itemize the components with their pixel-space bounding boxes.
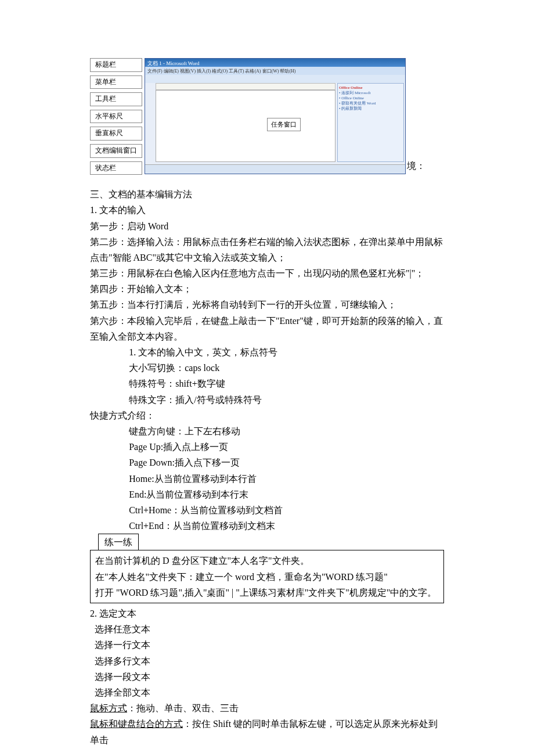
practice-line-2: 在"本人姓名"文件夹下：建立一个 word 文档，重命名为"WORD 练习题" — [95, 569, 439, 585]
label-menubar: 菜单栏 — [90, 75, 142, 89]
screenshot-docarea — [156, 90, 335, 162]
screenshot-menubar: 文件(F) 编辑(E) 视图(V) 插入(I) 格式(O) 工具(T) 表格(A… — [145, 67, 405, 75]
screenshot-statusbar — [145, 164, 405, 174]
figure-label-column: 标题栏 菜单栏 工具栏 水平标尺 垂直标尺 文档编辑窗口 状态栏 — [90, 58, 142, 175]
step-2: 第二步：选择输入法：用鼠标点击任务栏右端的输入法状态图标，在弹出菜单中用鼠标点击… — [90, 234, 444, 265]
shortcut-ctrl-home: Ctrl+Home：从当前位置移动到文档首 — [90, 502, 444, 518]
subpoint-3: 特殊符号：shift+数字键 — [90, 376, 444, 391]
sub-1-title: 1. 文本的输入 — [90, 202, 444, 218]
step-6: 第六步：本段输入完毕后，在键盘上敲击一下"Enter"键，即可开始新的段落的输入… — [90, 313, 444, 344]
combo-method-label: 鼠标和键盘结合的方式 — [90, 719, 183, 729]
shortcut-end: End:从当前位置移动到本行末 — [90, 487, 444, 502]
shortcut-ctrl-end: Ctrl+End：从当前位置移动到文档末 — [90, 518, 444, 534]
section-3-heading: 三、文档的基本编辑方法 — [90, 186, 444, 202]
select-paragraph: 选择一段文本 — [90, 669, 444, 685]
step-5: 第五步：当本行打满后，光标将自动转到下一行的开头位置，可继续输入； — [90, 297, 444, 312]
shortcut-pagedown: Page Down:插入点下移一页 — [90, 455, 444, 470]
word-window-figure: 标题栏 菜单栏 工具栏 水平标尺 垂直标尺 文档编辑窗口 状态栏 文档 1 - … — [90, 58, 444, 175]
label-statusbar: 状态栏 — [90, 161, 142, 175]
shortcut-home: Home:从当前位置移动到本行首 — [90, 471, 444, 487]
label-titlebar: 标题栏 — [90, 58, 142, 72]
screenshot-ruler — [156, 83, 335, 90]
step-3: 第三步：用鼠标在白色输入区内任意地方点击一下，出现闪动的黑色竖杠光标"|"； — [90, 265, 444, 281]
label-hruler: 水平标尺 — [90, 110, 142, 124]
mouse-method: 鼠标方式：拖动、单击、双击、三击 — [90, 700, 444, 716]
callout-taskpane: 任务窗口 — [267, 118, 301, 131]
step-4: 第四步：开始输入文本； — [90, 281, 444, 297]
select-any: 选择任意文本 — [90, 621, 444, 637]
shortcut-arrows: 键盘方向键：上下左右移动 — [90, 423, 444, 439]
practice-line-1: 在当前计算机的 D 盘分区下建立"本人名字"文件夹。 — [95, 553, 439, 568]
taskpane-header: Office Online — [339, 85, 402, 91]
mouse-method-rest: ：拖动、单击、双击、三击 — [127, 703, 239, 713]
label-toolbar: 工具栏 — [90, 92, 142, 106]
label-docwin: 文档编辑窗口 — [90, 144, 142, 158]
screenshot-toolbar — [145, 75, 405, 83]
mouse-method-label: 鼠标方式 — [90, 703, 127, 713]
select-multiline: 选择多行文本 — [90, 653, 444, 669]
sub-2-title: 2. 选定文本 — [90, 606, 444, 621]
document-page: 标题栏 菜单栏 工具栏 水平标尺 垂直标尺 文档编辑窗口 状态栏 文档 1 - … — [0, 0, 534, 756]
subpoint-2: 大小写切换：caps lock — [90, 360, 444, 376]
practice-box: 在当前计算机的 D 盘分区下建立"本人名字"文件夹。 在"本人姓名"文件夹下：建… — [90, 550, 444, 603]
word-screenshot: 文档 1 - Microsoft Word 文件(F) 编辑(E) 视图(V) … — [145, 58, 406, 174]
screenshot-titlebar: 文档 1 - Microsoft Word — [145, 59, 405, 67]
shortcut-pageup: Page Up:插入点上移一页 — [90, 439, 444, 455]
step-1: 第一步：启动 Word — [90, 218, 444, 234]
screenshot-taskpane: Office Online • 连接到 Microsoft• Office On… — [337, 83, 404, 162]
subpoint-1: 1. 文本的输入中文，英文，标点符号 — [90, 344, 444, 360]
shortcuts-heading: 快捷方式介绍： — [90, 408, 444, 423]
label-vruler: 垂直标尺 — [90, 127, 142, 141]
select-all: 选择全部文本 — [90, 685, 444, 700]
combo-method: 鼠标和键盘结合的方式：按住 Shift 键的同时单击鼠标左键，可以选定从原来光标… — [90, 716, 444, 747]
trailing-text: 境： — [407, 158, 425, 175]
practice-line-3: 打开 "WORD 练习题",插入"桌面" | "上课练习素材库"文件夹下"机房规… — [95, 585, 439, 600]
subpoint-4: 特殊文字：插入/符号或特殊符号 — [90, 392, 444, 408]
practice-tab: 练一练 — [98, 534, 139, 550]
select-line: 选择一行文本 — [90, 637, 444, 653]
practice-tab-wrapper: 练一练 — [90, 534, 444, 550]
